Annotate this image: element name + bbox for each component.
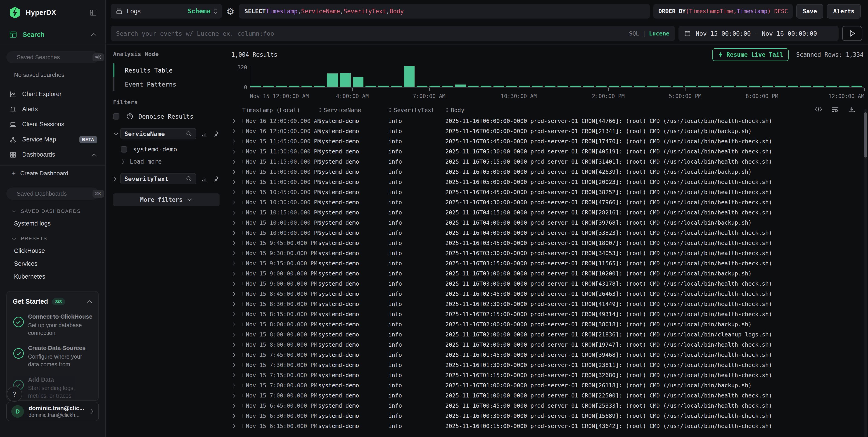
- expand-row-icon[interactable]: [230, 230, 242, 236]
- expand-row-icon[interactable]: [230, 169, 242, 175]
- table-row[interactable]: Nov 15 9:00:00.000 PM systemd-demo info …: [230, 268, 868, 279]
- table-row[interactable]: Nov 15 9:15:00.000 PM systemd-demo info …: [230, 258, 868, 268]
- expand-row-icon[interactable]: [230, 250, 242, 256]
- column-header-servicename[interactable]: ServiceName: [318, 107, 388, 113]
- chevron-up-icon[interactable]: [86, 300, 93, 304]
- table-row[interactable]: Nov 15 9:00:00.000 PM systemd-demo info …: [230, 279, 868, 289]
- servicename-value-checkbox[interactable]: [121, 146, 127, 153]
- table-row[interactable]: Nov 15 6:45:00.000 PM systemd-demo info …: [230, 401, 868, 411]
- expand-row-icon[interactable]: [230, 149, 242, 154]
- scrollbar-thumb[interactable]: [864, 112, 867, 158]
- table-row[interactable]: Nov 15 10:00:00.000 PM systemd-demo info…: [230, 228, 868, 238]
- table-row[interactable]: Nov 15 7:45:00.000 PM systemd-demo info …: [230, 350, 868, 360]
- load-more-button[interactable]: Load more: [121, 158, 220, 165]
- sidebar-item-client-sessions[interactable]: Client Sessions: [0, 117, 105, 132]
- servicename-filter-box[interactable]: ServiceName: [120, 128, 196, 139]
- sidebar-item-service-map[interactable]: Service Map BETA: [0, 132, 105, 147]
- denoise-checkbox[interactable]: [113, 113, 119, 120]
- chevron-down-icon[interactable]: [113, 132, 120, 136]
- expand-row-icon[interactable]: [230, 179, 242, 185]
- table-row[interactable]: Nov 15 7:00:00.000 PM systemd-demo info …: [230, 391, 868, 401]
- more-filters-button[interactable]: More filters: [113, 194, 220, 206]
- expand-row-icon[interactable]: [230, 129, 242, 134]
- table-row[interactable]: Nov 15 11:00:00.000 PM systemd-demo info…: [230, 167, 868, 177]
- expand-row-icon[interactable]: [230, 332, 242, 337]
- mode-event-patterns[interactable]: Event Patterns: [125, 77, 177, 91]
- saved-dashboards-search[interactable]: ⌘K: [6, 188, 99, 200]
- table-row[interactable]: Nov 16 12:00:00.000 AM systemd-demo info…: [230, 126, 868, 136]
- alerts-button[interactable]: Alerts: [827, 4, 861, 19]
- mode-sql-toggle[interactable]: SQL: [629, 30, 639, 37]
- table-row[interactable]: Nov 15 10:00:00.000 PM systemd-demo info…: [230, 217, 868, 228]
- expand-row-icon[interactable]: [230, 200, 242, 205]
- expand-row-icon[interactable]: [230, 210, 242, 215]
- sidebar-item-kubernetes[interactable]: Kubernetes: [14, 273, 105, 280]
- expand-row-icon[interactable]: [230, 220, 242, 226]
- table-row[interactable]: Nov 15 10:15:00.000 PM systemd-demo info…: [230, 207, 868, 217]
- table-row[interactable]: Nov 15 8:00:00.000 PM systemd-demo info …: [230, 340, 868, 350]
- expand-row-icon[interactable]: [230, 240, 242, 246]
- table-row[interactable]: Nov 15 6:30:00.000 PM systemd-demo info …: [230, 411, 868, 421]
- saved-searches-search[interactable]: ⌘K: [6, 51, 99, 63]
- expand-row-icon[interactable]: [230, 261, 242, 266]
- sql-select-editor[interactable]: SELECT Timestamp,ServiceName,SeverityTex…: [239, 4, 650, 19]
- table-row[interactable]: Nov 15 11:45:00.000 PM systemd-demo info…: [230, 136, 868, 146]
- expand-row-icon[interactable]: [230, 190, 242, 195]
- download-icon[interactable]: [848, 106, 855, 113]
- drag-handle-icon[interactable]: [388, 107, 392, 112]
- sidebar-item-alerts[interactable]: Alerts: [0, 102, 105, 117]
- get-started-step[interactable]: Connect to ClickHouse Set up your databa…: [13, 313, 93, 337]
- bar-chart-icon[interactable]: [201, 130, 208, 137]
- expand-row-icon[interactable]: [230, 281, 242, 287]
- drag-handle-icon[interactable]: [445, 107, 448, 112]
- text-wrap-icon[interactable]: [831, 106, 839, 113]
- chevron-right-icon[interactable]: [113, 176, 120, 182]
- expand-row-icon[interactable]: [230, 301, 242, 307]
- help-button[interactable]: ?: [7, 386, 22, 402]
- sidebar-item-chart-explorer[interactable]: Chart Explorer: [0, 87, 105, 102]
- search-icon[interactable]: [186, 175, 192, 182]
- table-row[interactable]: Nov 15 7:30:00.000 PM systemd-demo info …: [230, 360, 868, 370]
- sidebar-item-search[interactable]: Search: [0, 25, 105, 44]
- resume-live-tail-button[interactable]: Resume Live Tail: [712, 48, 788, 61]
- chevron-up-icon[interactable]: [91, 153, 97, 157]
- saved-searches-input[interactable]: [17, 54, 93, 61]
- event-search-input[interactable]: [116, 30, 629, 37]
- expand-row-icon[interactable]: [230, 424, 242, 429]
- servicename-value-label[interactable]: systemd-demo: [133, 146, 177, 153]
- table-row[interactable]: Nov 15 6:15:00.000 PM systemd-demo info …: [230, 421, 868, 431]
- table-row[interactable]: Nov 15 11:00:00.000 PM systemd-demo info…: [230, 177, 868, 187]
- expand-row-icon[interactable]: [230, 139, 242, 144]
- chevron-up-icon[interactable]: [91, 33, 97, 37]
- expand-row-icon[interactable]: [230, 363, 242, 368]
- saved-dashboards-input[interactable]: [17, 190, 93, 197]
- pin-icon[interactable]: [213, 175, 220, 182]
- severitytext-filter-box[interactable]: SeverityText: [120, 173, 196, 184]
- expand-row-icon[interactable]: [230, 413, 242, 419]
- sidebar-collapse-icon[interactable]: [89, 9, 97, 16]
- table-row[interactable]: Nov 15 8:00:00.000 PM systemd-demo info …: [230, 330, 868, 340]
- table-row[interactable]: Nov 15 7:15:00.000 PM systemd-demo info …: [230, 370, 868, 380]
- expand-row-icon[interactable]: [230, 403, 242, 408]
- order-by-editor[interactable]: ORDER BY (TimestampTime, Timestamp) DESC: [653, 4, 793, 19]
- table-row[interactable]: Nov 16 12:00:00.000 AM systemd-demo info…: [230, 116, 868, 126]
- table-row[interactable]: Nov 15 11:30:00.000 PM systemd-demo info…: [230, 146, 868, 157]
- column-header-timestamp[interactable]: Timestamp (Local): [242, 107, 318, 113]
- sidebar-item-dashboards[interactable]: Dashboards: [0, 147, 105, 162]
- table-row[interactable]: Nov 15 8:30:00.000 PM systemd-demo info …: [230, 299, 868, 309]
- save-button[interactable]: Save: [796, 4, 823, 19]
- expand-row-icon[interactable]: [230, 159, 242, 165]
- expand-row-icon[interactable]: [230, 342, 242, 347]
- results-scrollbar[interactable]: [864, 109, 867, 437]
- search-icon[interactable]: [186, 131, 192, 137]
- expand-row-icon[interactable]: [230, 373, 242, 378]
- drag-handle-icon[interactable]: [318, 107, 321, 112]
- expand-row-icon[interactable]: [230, 271, 242, 276]
- sidebar-item-services[interactable]: Services: [14, 260, 105, 267]
- schema-select[interactable]: Schema: [188, 7, 211, 15]
- section-presets[interactable]: PRESETS: [11, 236, 105, 241]
- expand-row-icon[interactable]: [230, 383, 242, 388]
- section-saved-dashboards[interactable]: SAVED DASHBOARDS: [11, 208, 105, 214]
- user-menu[interactable]: D dominic.tran@clic... dominic.tran@clic…: [6, 402, 99, 421]
- column-header-body[interactable]: Body: [445, 107, 830, 113]
